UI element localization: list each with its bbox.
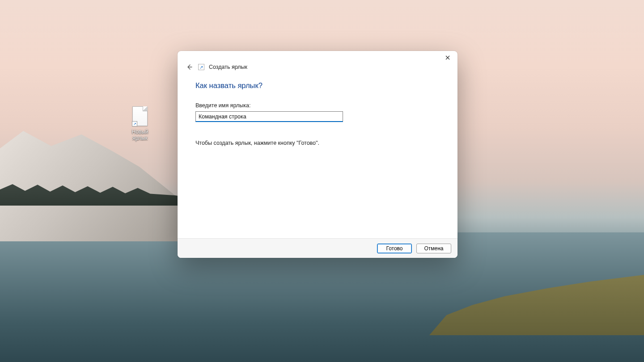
hint-text: Чтобы создать ярлык, нажмите кнопку "Гот… xyxy=(195,140,440,146)
dialog-title: Создать ярлык xyxy=(209,64,247,70)
shortcut-name-input[interactable] xyxy=(195,111,343,122)
back-button[interactable] xyxy=(185,63,194,72)
cancel-button[interactable]: Отмена xyxy=(416,244,451,253)
dialog-header: ↗ Создать ярлык xyxy=(178,63,458,72)
shortcut-overlay-icon: ↗ xyxy=(132,121,137,126)
finish-button[interactable]: Готово xyxy=(377,244,412,253)
shortcut-wizard-icon: ↗ xyxy=(198,64,204,70)
close-icon xyxy=(445,55,450,60)
shortcut-name-label: Введите имя ярлыка: xyxy=(195,102,440,109)
create-shortcut-dialog: ↗ Создать ярлык Как назвать ярлык? Введи… xyxy=(178,51,458,258)
dialog-body: Как назвать ярлык? Введите имя ярлыка: Ч… xyxy=(178,72,458,238)
desktop-shortcut-icon[interactable]: ↗ Новый ярлык xyxy=(125,106,155,141)
desktop-icon-label: Новый ярлык xyxy=(131,129,148,141)
dialog-footer: Готово Отмена xyxy=(178,238,458,258)
file-icon: ↗ xyxy=(132,106,148,126)
page-heading: Как назвать ярлык? xyxy=(195,81,440,90)
arrow-left-icon xyxy=(186,64,192,70)
